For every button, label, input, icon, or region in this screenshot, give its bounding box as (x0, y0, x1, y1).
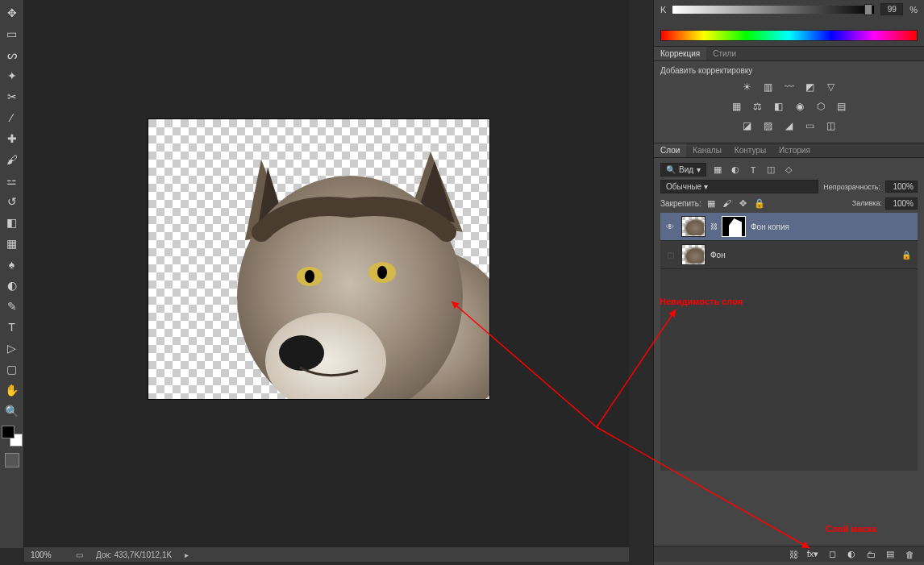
new-group-icon[interactable]: 🗀 (864, 548, 877, 561)
filter-type-icon[interactable]: T (747, 164, 760, 177)
k-slider[interactable] (672, 6, 874, 14)
doc-info-flyout-icon[interactable]: ▸ (185, 550, 189, 559)
heal-tool-icon[interactable]: ✚ (2, 129, 22, 148)
lock-all-icon[interactable]: 🔒 (753, 197, 766, 210)
tab-styles[interactable]: Стили (706, 47, 743, 60)
gradient-tool-icon[interactable]: ▦ (2, 234, 22, 253)
svg-point-7 (279, 335, 324, 371)
zoom-level[interactable]: 100% (31, 550, 63, 559)
color-swatches[interactable] (2, 426, 23, 447)
hand-tool-icon[interactable]: ✋ (2, 380, 22, 400)
posterize-icon[interactable]: ▨ (760, 118, 776, 133)
tab-adjustments[interactable]: Коррекция (654, 47, 706, 60)
color-balance-icon[interactable]: ⚖ (750, 99, 766, 114)
invert-icon[interactable]: ◪ (739, 118, 755, 133)
lock-pixels-icon[interactable]: 🖌 (721, 197, 734, 210)
dodge-tool-icon[interactable]: ◐ (2, 276, 22, 295)
lasso-tool-icon[interactable]: ᔕ (2, 45, 22, 64)
brightness-contrast-icon[interactable]: ☀ (739, 80, 755, 94)
move-tool-icon[interactable]: ✥ (2, 3, 22, 23)
link-layers-icon[interactable]: ⛓ (787, 548, 800, 561)
layer-name[interactable]: Фон (710, 251, 897, 260)
delete-layer-icon[interactable]: 🗑 (903, 548, 916, 561)
canvas-area[interactable] (24, 0, 629, 546)
layer-thumbnail[interactable] (681, 244, 705, 265)
filter-pixel-icon[interactable]: ▦ (711, 164, 724, 177)
zoom-tool-icon[interactable]: 🔍 (2, 401, 22, 421)
layer-list: 👁 ⛓ Фон копия ▢ Фон 🔒 (660, 213, 918, 471)
blend-mode-select[interactable]: Обычные ▾ (660, 180, 818, 193)
nav-preview-icon[interactable]: ▭ (76, 550, 83, 559)
foreground-color-swatch[interactable] (2, 426, 15, 438)
shape-tool-icon[interactable]: ▢ (2, 359, 22, 379)
document-canvas[interactable] (148, 119, 489, 399)
layer-fx-icon[interactable]: fx▾ (806, 548, 819, 561)
history-brush-tool-icon[interactable]: ↺ (2, 192, 22, 211)
color-panel: K 99 % (654, 0, 924, 46)
lookup-icon[interactable]: ▤ (834, 99, 850, 114)
selective-color-icon[interactable]: ◫ (823, 118, 839, 133)
color-spectrum[interactable] (660, 30, 918, 41)
layers-bottom-bar: ⛓ fx▾ ◻ ◐ 🗀 ▤ 🗑 (654, 546, 924, 562)
layer-mask-thumbnail[interactable] (722, 216, 746, 237)
add-adjustment-label: Добавить корректировку (660, 66, 918, 75)
blur-tool-icon[interactable]: ♠ (2, 255, 22, 274)
type-tool-icon[interactable]: T (2, 318, 22, 337)
marquee-tool-icon[interactable]: ▭ (2, 24, 22, 44)
vibrance-icon[interactable]: ▽ (823, 80, 839, 94)
levels-icon[interactable]: ▥ (760, 80, 776, 94)
lock-transparency-icon[interactable]: ▦ (705, 197, 718, 210)
visibility-eye-icon[interactable]: 👁 (664, 220, 676, 233)
threshold-icon[interactable]: ◢ (781, 118, 797, 133)
new-layer-icon[interactable]: ▤ (884, 548, 897, 561)
opacity-value[interactable]: 100% (885, 181, 918, 193)
hue-sat-icon[interactable]: ▦ (729, 99, 745, 114)
layer-filter-select[interactable]: 🔍 Вид ▾ (660, 163, 706, 177)
lock-label: Закрепить: (660, 199, 701, 208)
exposure-icon[interactable]: ◩ (802, 80, 818, 94)
doc-info: Док: 433,7K/1012,1K (96, 550, 172, 559)
mask-link-icon[interactable]: ⛓ (710, 222, 717, 231)
lock-position-icon[interactable]: ✥ (737, 197, 750, 210)
adjustments-panel: Коррекция Стили Добавить корректировку ☀… (654, 47, 924, 143)
crop-tool-icon[interactable]: ✂ (2, 87, 22, 106)
fill-value[interactable]: 100% (885, 197, 918, 210)
svg-point-4 (305, 270, 314, 283)
new-adjustment-icon[interactable]: ◐ (845, 548, 858, 561)
visibility-eye-icon[interactable]: ▢ (664, 248, 676, 261)
lock-icon: 🔒 (901, 251, 911, 260)
channel-mixer-icon[interactable]: ⬡ (813, 99, 829, 114)
layer-row[interactable]: ▢ Фон 🔒 (660, 241, 918, 269)
k-value-field[interactable]: 99 (880, 3, 903, 15)
color-channel-label: K (660, 5, 666, 15)
layer-row[interactable]: 👁 ⛓ Фон копия (660, 213, 918, 241)
tab-layers[interactable]: Слои (654, 143, 686, 157)
tool-palette: ✥ ▭ ᔕ ✦ ✂ ⁄ ✚ 🖌 ⚍ ↺ ◧ ▦ ♠ ◐ ✎ T ▷ ▢ ✋ 🔍 (0, 0, 24, 548)
eraser-tool-icon[interactable]: ◧ (2, 213, 22, 232)
bw-icon[interactable]: ◧ (771, 99, 787, 114)
curves-icon[interactable]: 〰 (781, 80, 797, 94)
add-mask-icon[interactable]: ◻ (826, 548, 839, 561)
quickmask-toggle-icon[interactable] (5, 453, 19, 467)
path-tool-icon[interactable]: ▷ (2, 339, 22, 358)
tab-channels[interactable]: Каналы (686, 143, 728, 157)
brush-tool-icon[interactable]: 🖌 (2, 150, 22, 169)
tab-paths[interactable]: Контуры (728, 143, 772, 157)
svg-point-6 (377, 266, 387, 279)
layer-thumbnail[interactable] (681, 216, 705, 237)
stamp-tool-icon[interactable]: ⚍ (2, 171, 22, 190)
fill-label: Заливка: (852, 199, 882, 207)
pen-tool-icon[interactable]: ✎ (2, 297, 22, 316)
opacity-label: Непрозрачность: (823, 183, 880, 191)
filter-shape-icon[interactable]: ◫ (764, 164, 777, 177)
layers-panel: Слои Каналы Контуры История 🔍 Вид ▾ ▦ ◐ … (654, 143, 924, 565)
gradient-map-icon[interactable]: ▭ (802, 118, 818, 133)
wand-tool-icon[interactable]: ✦ (2, 66, 22, 85)
tab-history[interactable]: История (772, 143, 817, 157)
layer-name[interactable]: Фон копия (751, 222, 914, 231)
filter-smart-icon[interactable]: ◇ (782, 164, 795, 177)
eyedropper-tool-icon[interactable]: ⁄ (2, 108, 22, 127)
filter-adjust-icon[interactable]: ◐ (729, 164, 742, 177)
right-panels: K 99 % Коррекция Стили Добавить корректи… (653, 0, 924, 565)
photo-filter-icon[interactable]: ◉ (792, 99, 808, 114)
